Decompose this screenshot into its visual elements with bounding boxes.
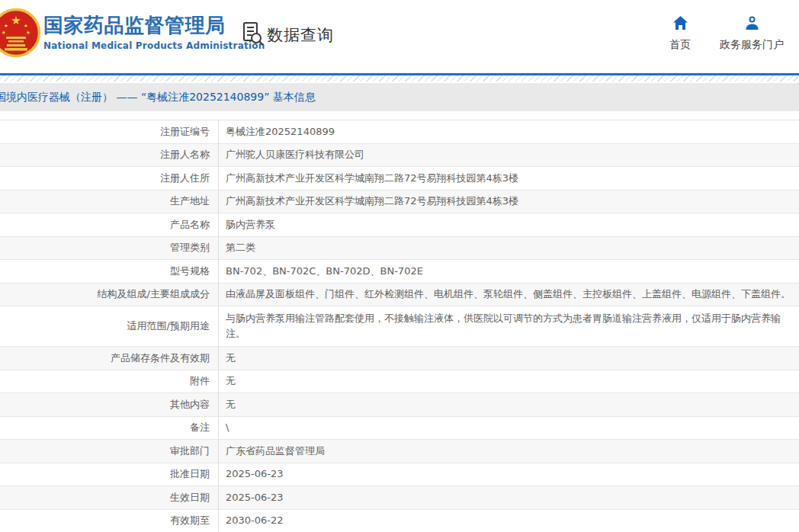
svg-text:★: ★ — [2, 30, 6, 36]
field-value: 广州高新技术产业开发区科学城南翔二路72号易翔科技园第4栋3楼 — [219, 191, 799, 213]
field-value: 无 — [219, 347, 799, 370]
field-label: 型号规格 — [0, 260, 219, 283]
field-label: 其他内容 — [0, 393, 219, 416]
field-label: 注册人名称 — [0, 144, 219, 167]
nav-item-home[interactable]: 首页 — [669, 15, 691, 52]
field-value: 2025-06-23 — [219, 463, 799, 486]
table-row: 有效期至 2030-06-22 — [0, 510, 799, 532]
data-query-link[interactable]: 数据查询 — [242, 21, 334, 49]
nav-item-label: 首页 — [669, 38, 691, 52]
table-row: 生产地址 广州高新技术产业开发区科学城南翔二路72号易翔科技园第4栋3楼 — [0, 191, 799, 214]
field-value: 粤械注准20252140899 — [219, 120, 799, 143]
table-row: 注册人名称 广州驼人贝康医疗科技有限公司 — [0, 144, 799, 168]
field-value: 广州驼人贝康医疗科技有限公司 — [219, 144, 799, 167]
field-label: 审批部门 — [0, 440, 219, 463]
field-label: 附件 — [0, 370, 219, 393]
table-row: 适用范围/预期用途 与肠内营养泵用输注管路配套使用，不接触输注液体，供医院以可调… — [0, 306, 799, 347]
brand-subtitle: National Medical Products Administration — [43, 40, 265, 51]
document-search-icon — [242, 21, 264, 49]
table-row: 注册证编号 粤械注准20252140899 — [0, 120, 799, 144]
field-value: 2025-06-23 — [219, 486, 799, 509]
field-value: 2030-06-22 — [219, 510, 799, 532]
table-row: 生效日期 2025-06-23 — [0, 486, 799, 510]
field-label: 备注 — [0, 417, 219, 440]
field-label: 有效期至 — [0, 510, 219, 532]
svg-text:★: ★ — [11, 14, 21, 27]
field-value: 与肠内营养泵用输注管路配套使用，不接触输注液体，供医院以可调节的方式为患者胃肠道… — [219, 306, 799, 346]
breadcrumb: 国境内医疗器械（注册） —— “粤械注准20252140899” 基本信息 — [0, 91, 316, 104]
field-label: 管理类别 — [0, 237, 219, 260]
field-value: 无 — [219, 370, 799, 393]
field-value: 无 — [219, 393, 799, 416]
home-icon — [672, 15, 688, 34]
top-nav: 首页 政务服务门户 — [669, 15, 784, 52]
field-value: 广东省药品监督管理局 — [219, 440, 799, 463]
svg-text:★: ★ — [24, 23, 28, 29]
table-row: 注册人住所 广州高新技术产业开发区科学城南翔二路72号易翔科技园第4栋3楼 — [0, 167, 799, 191]
site-header: ★ ★ ★ ★ ★ 国家药品监督管理局 National Medical Pro… — [0, 0, 799, 73]
user-icon — [744, 15, 760, 34]
field-value: 肠内营养泵 — [219, 213, 799, 236]
field-label: 产品储存条件及有效期 — [0, 347, 219, 370]
table-row: 批准日期 2025-06-23 — [0, 463, 799, 487]
brand-title: 国家药品监督管理局 — [43, 12, 265, 38]
table-row: 结构及组成/主要组成成分 由液晶屏及面板组件、门组件、红外检测组件、电机组件、泵… — [0, 284, 799, 307]
svg-text:★: ★ — [4, 23, 8, 29]
table-row: 备注 \ — [0, 417, 799, 441]
field-label: 适用范围/预期用途 — [0, 306, 219, 346]
table-row: 其他内容 无 — [0, 393, 799, 417]
table-row: 型号规格 BN-702、BN-702C、BN-702D、BN-702E — [0, 260, 799, 284]
page: ★ ★ ★ ★ ★ 国家药品监督管理局 National Medical Pro… — [0, 0, 799, 532]
field-value: 广州高新技术产业开发区科学城南翔二路72号易翔科技园第4栋3楼 — [219, 167, 799, 190]
nav-item-label: 政务服务门户 — [720, 38, 784, 52]
brand-logo[interactable]: 国家药品监督管理局 National Medical Products Admi… — [43, 12, 265, 51]
field-label: 生产地址 — [0, 191, 219, 213]
table-row: 产品储存条件及有效期 无 — [0, 347, 799, 370]
field-value: \ — [219, 417, 799, 440]
breadcrumb-bar: 国境内医疗器械（注册） —— “粤械注准20252140899” 基本信息 — [0, 83, 799, 111]
field-label: 注册证编号 — [0, 120, 219, 143]
field-label: 生效日期 — [0, 486, 219, 509]
table-row: 附件 无 — [0, 370, 799, 394]
data-query-label: 数据查询 — [267, 24, 334, 46]
registration-info-table: 注册证编号 粤械注准20252140899 注册人名称 广州驼人贝康医疗科技有限… — [0, 120, 799, 532]
field-label: 结构及组成/主要组成成分 — [0, 284, 219, 306]
field-value: BN-702、BN-702C、BN-702D、BN-702E — [219, 260, 799, 283]
field-label: 产品名称 — [0, 213, 219, 236]
table-row: 产品名称 肠内营养泵 — [0, 213, 799, 237]
hatched-stripe-band — [0, 75, 799, 82]
field-value: 由液晶屏及面板组件、门组件、红外检测组件、电机组件、泵轮组件、侧盖组件、主控板组… — [219, 284, 799, 306]
field-label: 批准日期 — [0, 463, 219, 486]
table-row: 管理类别 第二类 — [0, 237, 799, 261]
nav-item-service-portal[interactable]: 政务服务门户 — [720, 15, 784, 52]
china-national-emblem-icon: ★ ★ ★ ★ ★ — [0, 8, 41, 58]
field-value: 第二类 — [219, 237, 799, 260]
table-row: 审批部门 广东省药品监督管理局 — [0, 440, 799, 463]
field-label: 注册人住所 — [0, 167, 219, 190]
svg-text:★: ★ — [26, 30, 30, 36]
